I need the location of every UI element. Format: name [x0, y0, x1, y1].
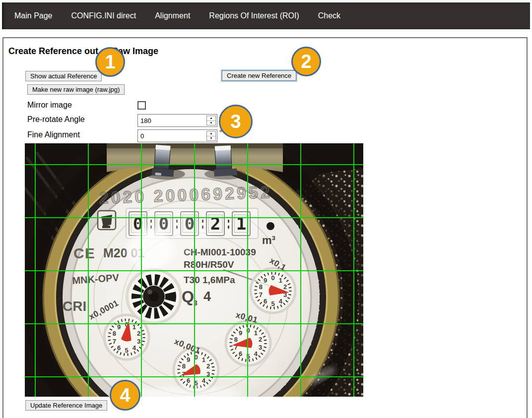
nav-roi[interactable]: Regions Of Interest (ROI) — [209, 11, 299, 20]
fine-alignment-spinner: ▲ ▼ — [206, 131, 216, 141]
svg-text:9: 9 — [264, 277, 267, 284]
svg-text:1: 1 — [236, 214, 246, 234]
fine-alignment-spin-down-icon[interactable]: ▼ — [207, 136, 215, 141]
make-new-raw-image-button[interactable]: Make new raw image (raw.jpg) — [27, 84, 125, 95]
fine-alignment-spin-up-icon[interactable]: ▲ — [207, 131, 215, 136]
nav-alignment[interactable]: Alignment — [155, 11, 190, 20]
callout-1: 1 — [95, 47, 125, 77]
page-title: Create Reference out of Raw Image — [8, 46, 158, 57]
svg-text:6: 6 — [239, 350, 242, 358]
mirror-image-checkbox[interactable] — [137, 101, 146, 110]
ratio-text: R80H/R50V — [184, 259, 234, 270]
svg-text:7: 7 — [259, 291, 263, 299]
prerotate-angle-input[interactable]: 180 ▲ ▼ — [137, 114, 217, 127]
svg-text:1: 1 — [279, 277, 282, 284]
callout-2: 2 — [291, 47, 321, 76]
meter-pictogram — [98, 211, 116, 230]
prerotate-spinner: ▲ ▼ — [206, 116, 216, 125]
svg-text:6: 6 — [117, 344, 121, 352]
svg-text:1: 1 — [202, 356, 205, 363]
nav-check[interactable]: Check — [318, 11, 340, 20]
fine-alignment-label: Fine Alignment — [27, 130, 80, 139]
water-meter-photo: 2020 2000692952 00021 m³ CE M20 01 CH-MI… — [25, 143, 363, 397]
svg-text:4: 4 — [202, 377, 206, 384]
svg-text:7: 7 — [113, 338, 116, 345]
callout-3-number: 3 — [230, 112, 241, 131]
svg-text:1: 1 — [254, 329, 258, 337]
brand2-text: CRI — [63, 299, 86, 314]
svg-text:5: 5 — [125, 347, 128, 354]
nav-main-page[interactable]: Main Page — [14, 11, 53, 20]
svg-text:8: 8 — [182, 362, 186, 370]
update-reference-image-button[interactable]: Update Reference Image — [25, 400, 107, 411]
callout-2-number: 2 — [301, 52, 311, 71]
callout-1-number: 1 — [105, 53, 115, 71]
svg-text:6: 6 — [187, 377, 190, 384]
svg-text:3: 3 — [137, 338, 140, 345]
content-panel: Create Reference out of Raw Image Show a… — [2, 37, 528, 418]
svg-text:9: 9 — [239, 329, 242, 337]
ce-mark: CE — [73, 245, 95, 261]
mirror-image-label: Mirror image — [27, 101, 72, 110]
nav-config-ini[interactable]: CONFIG.INI direct — [71, 11, 136, 20]
q-letter: Q — [182, 288, 194, 305]
svg-text:2: 2 — [137, 330, 140, 337]
counter-dot — [266, 222, 274, 230]
svg-text:2: 2 — [206, 362, 210, 370]
unit-text: m³ — [262, 234, 275, 246]
svg-text:8: 8 — [259, 283, 263, 291]
svg-text:8: 8 — [234, 336, 238, 343]
callout-4-number: 4 — [120, 386, 130, 405]
fine-alignment-value: 0 — [138, 130, 206, 142]
temp-pressure-text: T30 1,6MPa — [184, 275, 235, 285]
svg-text:4: 4 — [133, 344, 136, 352]
callout-3: 3 — [219, 105, 253, 138]
svg-text:5: 5 — [271, 300, 274, 307]
svg-text:0: 0 — [271, 274, 274, 282]
svg-text:9: 9 — [187, 356, 190, 363]
prerotate-spin-up-icon[interactable]: ▲ — [207, 116, 215, 121]
reference-image: 2020 2000692952 00021 m³ CE M20 01 CH-MI… — [25, 143, 363, 397]
fine-alignment-input[interactable]: 0 ▲ ▼ — [137, 129, 217, 142]
q-value: 4 — [203, 289, 211, 304]
create-new-reference-button[interactable]: Create new Reference — [222, 70, 296, 81]
callout-4: 4 — [110, 380, 140, 411]
svg-text:2: 2 — [283, 283, 287, 291]
svg-text:8: 8 — [113, 330, 116, 337]
svg-text:4: 4 — [279, 298, 283, 305]
svg-text:3: 3 — [259, 344, 262, 351]
prerotate-angle-label: Pre-rotate Angle — [27, 115, 85, 124]
top-navbar: Main Page CONFIG.INI direct Alignment Re… — [2, 2, 530, 29]
svg-text:6: 6 — [264, 298, 267, 305]
show-actual-reference-button[interactable]: Show actual Reference — [25, 71, 102, 81]
svg-text:4: 4 — [254, 350, 258, 358]
prerotate-angle-value: 180 — [138, 115, 206, 126]
svg-text:2: 2 — [210, 214, 220, 234]
prerotate-spin-down-icon[interactable]: ▼ — [207, 121, 215, 125]
svg-text:2: 2 — [259, 336, 262, 343]
